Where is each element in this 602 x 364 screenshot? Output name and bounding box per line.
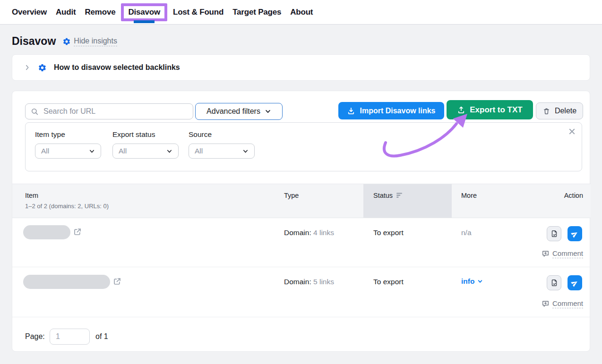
advanced-filters-button[interactable]: Advanced filters (195, 103, 283, 120)
top-nav: Overview Audit Remove Disavow Lost & Fou… (0, 0, 602, 25)
info-label: info (461, 277, 474, 286)
title-row: Disavow Hide insights (12, 35, 117, 48)
chevron-down-icon (89, 148, 95, 154)
trash-icon (542, 107, 550, 115)
upload-icon (457, 106, 465, 114)
export-row-button[interactable] (547, 226, 561, 241)
item-type-value: All (41, 147, 49, 155)
page-of-label: of 1 (95, 332, 108, 341)
tab-remove[interactable]: Remove (85, 8, 115, 17)
source-value: All (195, 147, 203, 155)
type-label: Domain: (284, 278, 311, 286)
redacted-domain (23, 275, 110, 289)
import-disavow-links-label: Import Disavow links (360, 107, 435, 115)
comment-plus-icon (542, 250, 550, 258)
comment-label: Comment (552, 299, 583, 308)
status-cell: To export (373, 278, 404, 286)
chevron-right-icon (24, 64, 31, 71)
type-cell: Domain: 4 links (284, 229, 334, 237)
col-type: Type (284, 192, 299, 199)
info-dropdown[interactable]: info (461, 277, 483, 286)
item-type-select[interactable]: All (35, 144, 101, 159)
item-type-label: Item type (35, 130, 101, 139)
filter-item-type: Item type All (35, 130, 101, 159)
disavow-page: Overview Audit Remove Disavow Lost & Fou… (0, 0, 602, 364)
col-status-label: Status (373, 192, 393, 199)
status-cell: To export (373, 229, 404, 237)
table-row: Domain: 4 links To export n/a Comment (12, 218, 591, 267)
comment-label: Comment (552, 249, 583, 258)
tab-target-pages[interactable]: Target Pages (232, 8, 281, 17)
chevron-down-icon (242, 148, 249, 154)
close-filters-icon[interactable] (568, 127, 576, 135)
export-status-label: Export status (112, 130, 179, 139)
external-link-icon[interactable] (112, 277, 122, 286)
advanced-filters-label: Advanced filters (206, 107, 260, 116)
search-url-box (25, 103, 193, 119)
status-column-highlight (363, 184, 452, 218)
type-label: Domain: (284, 229, 311, 237)
hide-insights-label: Hide insights (74, 37, 117, 46)
tab-audit[interactable]: Audit (56, 8, 76, 17)
type-cell: Domain: 5 links (284, 278, 334, 286)
chevron-down-icon (166, 148, 172, 154)
paper-plane-icon (571, 279, 579, 287)
external-link-icon[interactable] (73, 227, 82, 237)
table-row: Domain: 5 links To export info Comment (12, 267, 591, 317)
paper-plane-icon (571, 230, 579, 238)
col-more: More (461, 192, 477, 199)
type-links: 5 links (313, 278, 334, 286)
export-status-select[interactable]: All (112, 144, 179, 159)
search-icon (31, 108, 39, 116)
export-to-txt-label: Export to TXT (470, 105, 522, 115)
col-status[interactable]: Status (373, 192, 403, 199)
tab-about[interactable]: About (290, 8, 313, 17)
page-number-input[interactable] (50, 329, 90, 345)
redacted-domain (23, 225, 70, 239)
type-links: 4 links (313, 229, 334, 237)
source-label: Source (189, 130, 255, 139)
chevron-down-icon (265, 108, 271, 115)
export-status-value: All (119, 147, 127, 155)
delete-button[interactable]: Delete (536, 102, 583, 119)
tab-lost-and-found[interactable]: Lost & Found (173, 8, 224, 17)
export-row-button[interactable] (547, 275, 561, 290)
delete-label: Delete (555, 107, 576, 115)
document-check-icon (550, 229, 559, 238)
document-check-icon (550, 279, 559, 287)
search-input[interactable] (43, 107, 188, 116)
item-count-summary: 1–2 of 2 (domains: 2, URLs: 0) (25, 203, 109, 210)
download-icon (347, 107, 355, 115)
source-select[interactable]: All (189, 144, 255, 159)
comment-plus-icon (542, 300, 550, 308)
howto-panel[interactable]: How to disavow selected backlinks (12, 54, 590, 81)
tab-disavow-label: Disavow (128, 8, 160, 17)
page-label: Page: (25, 332, 45, 341)
comment-link[interactable]: Comment (542, 299, 583, 308)
hide-insights-link[interactable]: Hide insights (62, 37, 117, 46)
gear-icon (38, 63, 47, 72)
howto-title: How to disavow selected backlinks (54, 63, 180, 72)
sort-icon (396, 192, 403, 198)
send-row-button[interactable] (568, 226, 582, 241)
disavow-table-card: Advanced filters Import Disavow links Ex… (12, 91, 590, 352)
chevron-down-icon (477, 279, 483, 284)
page-title: Disavow (12, 35, 56, 48)
export-to-txt-button[interactable]: Export to TXT (447, 100, 533, 119)
gear-icon (62, 37, 71, 46)
col-item: Item (25, 192, 38, 199)
filter-source: Source All (189, 130, 255, 159)
tab-overview[interactable]: Overview (12, 8, 47, 17)
table-header: Item 1–2 of 2 (domains: 2, URLs: 0) Type… (12, 184, 591, 218)
filter-export-status: Export status All (112, 130, 179, 159)
send-row-button[interactable] (568, 275, 582, 290)
more-cell: n/a (461, 229, 472, 237)
tab-disavow[interactable]: Disavow (121, 3, 167, 21)
comment-link[interactable]: Comment (542, 249, 583, 258)
filters-panel: Item type All Export status All Source A… (25, 122, 582, 171)
import-disavow-links-button[interactable]: Import Disavow links (338, 102, 444, 119)
col-action: Action (564, 192, 583, 199)
